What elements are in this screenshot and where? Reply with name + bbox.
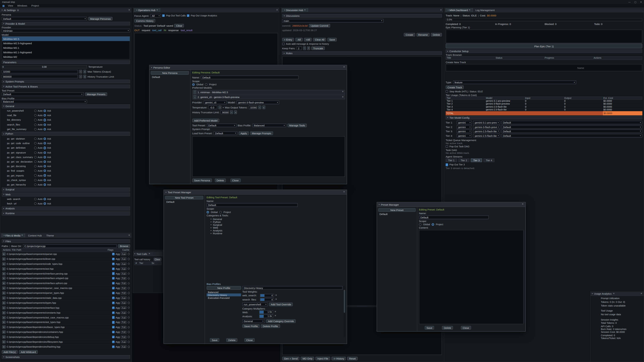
agg-checkbox[interactable] [112, 331, 114, 333]
cache-indicator[interactable] [128, 307, 130, 309]
increment-button[interactable]: + [307, 46, 310, 50]
tier-preset-select[interactable]: Default ▾ [502, 134, 642, 137]
remove-file-button[interactable]: x [2, 292, 6, 295]
discussion-action-button[interactable]: Reset [347, 357, 358, 360]
save-persona-button[interactable]: Save Persona [192, 178, 212, 182]
tab-close-icon[interactable]: ✕ [21, 234, 23, 237]
category-row[interactable]: ▸ Analysis [206, 229, 345, 232]
tier-provider-select[interactable]: gemini ▾ [457, 129, 472, 133]
provider-model-section[interactable]: ▾ Provider & Model [2, 22, 130, 25]
base-dir-input[interactable]: C:/projects/gencpp [23, 244, 117, 248]
cache-indicator[interactable] [128, 346, 130, 348]
new-tool-preset-button[interactable]: New Tool Preset [165, 196, 203, 199]
temperature-slider[interactable]: 0.00 [2, 65, 87, 68]
new-preset-button[interactable]: New Preset [378, 208, 416, 212]
conductor-setup-section[interactable]: ▸ Conductor Setup [446, 49, 642, 53]
decrement-button[interactable]: − [79, 70, 82, 73]
remove-file-button[interactable]: x [2, 262, 6, 266]
tab-close-icon[interactable]: ✕ [156, 9, 158, 11]
tool-row[interactable]: ▾ General Auto Ask [2, 104, 130, 108]
group-caret-icon[interactable]: ▾ [3, 105, 4, 107]
full-flag-button[interactable]: Full [121, 306, 126, 309]
ask-radio[interactable] [44, 183, 46, 186]
tool-row[interactable]: py_get_skeleton Auto Ask [2, 136, 130, 141]
close-icon[interactable]: ✕ [128, 234, 130, 237]
keep-pairs-input[interactable]: 2 [296, 46, 302, 50]
full-flag-button[interactable]: Full [121, 277, 126, 280]
agg-checkbox[interactable] [112, 272, 114, 275]
preset-content-textarea[interactable] [419, 230, 524, 324]
new-profile-button[interactable]: New Profile [206, 286, 241, 290]
agg-checkbox[interactable] [112, 253, 114, 255]
remove-multiplier-icon[interactable]: ✕ [274, 315, 276, 317]
cache-indicator[interactable] [128, 331, 130, 333]
decrement-button[interactable]: − [79, 75, 82, 78]
full-flag-button[interactable]: Full [121, 336, 126, 338]
ask-radio[interactable] [44, 179, 46, 181]
category-row[interactable]: ▸ Python [206, 220, 345, 223]
menu-item[interactable]: View [8, 4, 13, 7]
pop-out-tool-calls-checkbox[interactable] [162, 14, 165, 17]
apply-button[interactable]: Apply [239, 131, 249, 135]
system-prompts-section[interactable]: ▸ System Prompts [2, 80, 130, 83]
global-radio[interactable] [419, 223, 422, 226]
remove-file-button[interactable]: x [2, 321, 6, 324]
close-dialog-button[interactable]: Close [244, 338, 254, 342]
cache-indicator[interactable] [128, 336, 130, 338]
history-truncation-input[interactable]: 900000 [2, 75, 78, 78]
provider-select[interactable]: minimax ▾ [2, 29, 130, 32]
bias-profile-select[interactable]: Balanced ▾ [252, 123, 286, 127]
full-flag-button[interactable]: Full [121, 272, 126, 275]
full-flag-button[interactable]: Full [121, 262, 126, 265]
remove-file-button[interactable]: x [2, 257, 6, 261]
increment-button[interactable]: + [262, 106, 265, 109]
tool-row[interactable]: py_check_syntax Auto Ask [2, 178, 130, 182]
full-flag-button[interactable]: Full [121, 311, 126, 314]
load-preset-select[interactable]: Default ▾ [214, 131, 238, 135]
delete-discussion-button[interactable]: Delete [431, 33, 442, 36]
discussion-select[interactable]: main ▾ [282, 18, 384, 22]
tool-row[interactable]: search_files Auto Ask [2, 122, 130, 127]
manage-tools-button[interactable]: Manage Tools [288, 123, 307, 127]
ask-radio[interactable] [44, 137, 46, 140]
tier-model-select[interactable]: gemini-3.1-pro-preview ▾ [473, 121, 500, 124]
tool-row[interactable]: ▾ Web Auto Ask [2, 192, 130, 196]
tool-preset-select[interactable]: Default ▾ [2, 92, 84, 96]
cache-indicator[interactable] [128, 263, 130, 265]
project-radio[interactable] [219, 211, 222, 213]
auto-radio[interactable] [34, 119, 36, 121]
auto-add-checkbox[interactable] [282, 42, 284, 45]
screenshots-section[interactable]: ▾ Screenshots [2, 355, 130, 359]
remove-order-button[interactable]: − [193, 95, 196, 99]
agg-checkbox[interactable] [112, 316, 114, 319]
entry-button[interactable]: + Entry [282, 37, 294, 41]
group-caret-icon[interactable]: ▾ [3, 193, 4, 195]
save-profile-button[interactable]: Save Profile [242, 324, 260, 328]
tab-log-management[interactable]: Log Management [474, 8, 496, 12]
remove-file-button[interactable]: x [2, 326, 6, 329]
tab-operations-hub[interactable]: ▾ Operations Hub ✕ [134, 8, 160, 12]
close-dialog-button[interactable]: Close [461, 326, 471, 329]
model-option[interactable]: MiniMax-M2.1 [2, 45, 130, 50]
persona-name-input[interactable]: Default [201, 75, 299, 79]
ask-radio[interactable] [44, 128, 46, 130]
decrement-button[interactable]: − [258, 106, 261, 109]
cache-indicator[interactable] [128, 258, 130, 260]
decrement-button[interactable]: − [230, 110, 233, 114]
preset-list-item[interactable]: Default [378, 213, 416, 216]
tier-model-select[interactable]: gemini-2.5-flash-lite ▾ [473, 129, 500, 133]
add-tool-override-button[interactable]: Add Tool Override [269, 303, 293, 306]
decrement-button[interactable]: − [219, 106, 222, 109]
system-prompt-textarea[interactable] [192, 136, 345, 177]
full-flag-button[interactable]: Full [121, 301, 126, 304]
auto-radio[interactable] [34, 183, 36, 186]
ask-radio[interactable] [44, 123, 46, 126]
cache-indicator[interactable] [128, 277, 130, 280]
remove-file-button[interactable]: x [2, 272, 6, 275]
tool-row[interactable]: fetch_url Auto Ask [2, 201, 130, 206]
ask-radio[interactable] [44, 151, 46, 154]
category-override-select[interactable]: General ▾ [242, 319, 265, 323]
increment-button[interactable]: + [234, 110, 237, 114]
auto-radio[interactable] [34, 142, 36, 145]
tier-model-select[interactable]: gemini-3-flash-preview ▾ [473, 125, 500, 129]
